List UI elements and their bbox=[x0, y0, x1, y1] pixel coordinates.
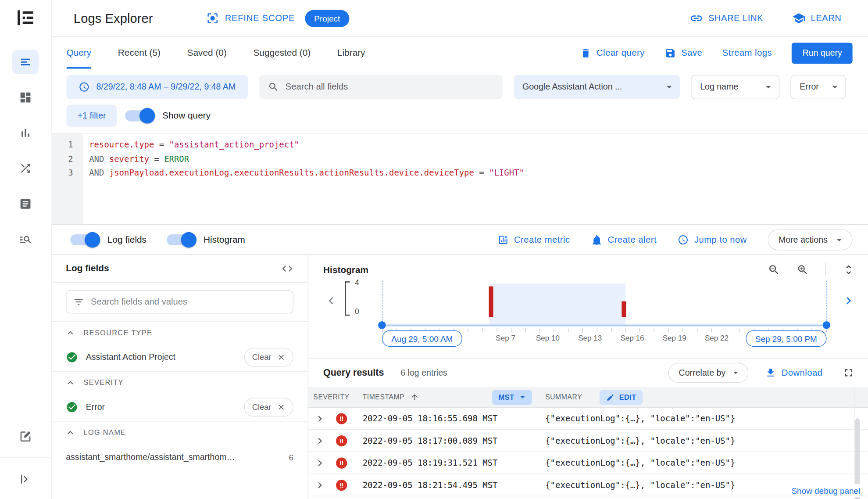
add-filter-button[interactable]: +1 filter bbox=[66, 104, 117, 126]
more-actions-dropdown[interactable]: More actions bbox=[768, 229, 853, 250]
log-entry-row[interactable]: ‼ 2022-09-05 18:19:31.521 MST {"executio… bbox=[308, 452, 868, 474]
histogram-plot[interactable] bbox=[382, 283, 826, 318]
correlate-by-dropdown[interactable]: Correlate by bbox=[668, 363, 748, 383]
field-item[interactable]: Error Clear bbox=[51, 393, 307, 421]
sidebar-item-compose-icon[interactable] bbox=[12, 424, 39, 449]
clear-filter-button[interactable]: Clear bbox=[244, 398, 293, 416]
expand-row-button[interactable] bbox=[314, 434, 326, 447]
scrollbar-track bbox=[854, 387, 854, 499]
histogram-selection[interactable] bbox=[489, 284, 625, 326]
log-entries-count: 6 log entries bbox=[400, 368, 447, 378]
save-icon bbox=[664, 47, 675, 58]
log-fields-toggle[interactable] bbox=[70, 234, 99, 245]
time-slider[interactable] bbox=[382, 325, 826, 327]
sidebar-item-dashboard-icon[interactable] bbox=[12, 85, 39, 110]
section-header-log-name[interactable]: LOG NAME bbox=[51, 421, 307, 443]
create-alert-button[interactable]: Create alert bbox=[591, 234, 657, 245]
sidebar-item-router-icon[interactable] bbox=[12, 156, 39, 181]
column-timestamp: TIMESTAMP MST bbox=[357, 390, 539, 405]
query-line[interactable]: resource.type = "assistant_action_projec… bbox=[89, 138, 868, 152]
sort-ascending-button[interactable] bbox=[410, 393, 419, 402]
trash-icon bbox=[580, 47, 591, 58]
field-item[interactable]: assistant_smarthome/assistant_smarthom… … bbox=[51, 443, 307, 471]
expand-row-button[interactable] bbox=[314, 479, 326, 491]
sidebar-item-storage-icon[interactable] bbox=[12, 192, 39, 216]
tab-library[interactable]: Library bbox=[337, 37, 365, 69]
create-metric-button[interactable]: Create metric bbox=[497, 234, 570, 245]
resource-filter-dropdown[interactable]: Google Assistant Action ... bbox=[514, 75, 680, 99]
slider-handle-end[interactable] bbox=[823, 321, 831, 329]
tab-recent-5[interactable]: Recent (5) bbox=[118, 37, 161, 69]
histogram-next-button[interactable] bbox=[841, 294, 856, 308]
zoom-in-button[interactable] bbox=[797, 264, 809, 276]
histogram-bar[interactable] bbox=[622, 302, 626, 317]
tab-query[interactable]: Query bbox=[66, 37, 91, 69]
close-icon bbox=[277, 403, 286, 412]
timezone-dropdown[interactable]: MST bbox=[492, 390, 532, 405]
check-icon bbox=[66, 401, 78, 413]
refine-scope-button[interactable]: REFINE SCOPE bbox=[206, 12, 295, 25]
histogram-prev-button[interactable] bbox=[324, 294, 338, 308]
sidebar-item-logs-list-icon[interactable] bbox=[12, 50, 39, 75]
log-name-dropdown[interactable]: Log name bbox=[691, 75, 779, 99]
expand-histogram-button[interactable] bbox=[843, 264, 855, 276]
histogram-tools bbox=[768, 263, 855, 276]
timezone-label: MST bbox=[499, 393, 514, 401]
chevron-up-icon bbox=[65, 427, 76, 438]
show-query-toggle[interactable] bbox=[125, 110, 154, 121]
slider-handle-start[interactable] bbox=[378, 321, 386, 329]
query-results-section: Query results 6 log entries Correlate by… bbox=[308, 358, 868, 499]
filter-row-1: 8/29/22, 8:48 AM – 9/29/22, 9:48 AM Goog… bbox=[66, 75, 868, 99]
show-debug-panel-link[interactable]: Show debug panel bbox=[790, 484, 861, 497]
sidebar-item-bar-chart-icon[interactable] bbox=[12, 121, 39, 145]
search-all-fields-input[interactable] bbox=[286, 82, 494, 92]
clear-filter-button[interactable]: Clear bbox=[244, 348, 293, 367]
arrow-up-icon bbox=[410, 393, 419, 402]
code-panel-button[interactable] bbox=[281, 262, 293, 275]
section-header-severity[interactable]: SEVERITY bbox=[51, 371, 307, 393]
download-icon bbox=[765, 367, 776, 378]
sidebar-item-log-analytics-icon[interactable] bbox=[12, 227, 39, 251]
share-link-button[interactable]: SHARE LINK bbox=[689, 12, 763, 25]
zoom-out-button[interactable] bbox=[768, 264, 780, 276]
filter-icon bbox=[73, 296, 84, 307]
fullscreen-button[interactable] bbox=[843, 367, 855, 379]
field-item[interactable]: Assistant Action Project Clear bbox=[51, 344, 307, 371]
edit-summary-button[interactable]: EDIT bbox=[600, 390, 643, 405]
line-number: 1 bbox=[51, 138, 73, 152]
query-editor[interactable]: 123 resource.type = "assistant_action_pr… bbox=[51, 133, 868, 225]
storage-icon bbox=[19, 197, 32, 210]
query-line[interactable]: AND jsonPayload.executionLog.executionRe… bbox=[89, 166, 868, 180]
expand-row-button[interactable] bbox=[314, 413, 326, 425]
summary-cell: {"executionLog":{…}, "locale":"en-US"} bbox=[540, 413, 868, 424]
time-range-filter[interactable]: 8/29/22, 8:48 AM – 9/29/22, 9:48 AM bbox=[66, 75, 248, 99]
cloud-logging-logo[interactable] bbox=[13, 6, 38, 30]
severity-filter-dropdown[interactable]: Error bbox=[790, 75, 846, 99]
run-query-button[interactable]: Run query bbox=[792, 43, 852, 64]
log-entry-row[interactable]: ‼ 2022-09-05 18:17:00.089 MST {"executio… bbox=[308, 430, 868, 452]
tab-suggested-0[interactable]: Suggested (0) bbox=[253, 37, 311, 69]
clear-query-button[interactable]: Clear query bbox=[580, 47, 645, 58]
log-entry-row[interactable]: ‼ 2022-09-05 18:16:55.698 MST {"executio… bbox=[308, 408, 868, 430]
log-fields-search-input[interactable] bbox=[91, 297, 286, 307]
log-entry-row[interactable]: ‼ 2022-09-05 18:21:54.495 MST {"executio… bbox=[308, 474, 868, 496]
jump-to-now-button[interactable]: Jump to now bbox=[678, 234, 747, 245]
download-button[interactable]: Download bbox=[765, 367, 823, 378]
histogram-toggle[interactable] bbox=[166, 234, 195, 245]
section-header-resource-type[interactable]: RESOURCE TYPE bbox=[51, 321, 307, 343]
learn-button[interactable]: LEARN bbox=[792, 12, 842, 25]
stream-logs-button[interactable]: Stream logs bbox=[722, 48, 772, 58]
sidebar-item-open-panel-icon[interactable] bbox=[12, 467, 39, 492]
scope-project-badge[interactable]: Project bbox=[305, 10, 350, 27]
tab-list: QueryRecent (5)Saved (0)Suggested (0)Lib… bbox=[66, 37, 365, 69]
range-end-pill[interactable]: Sep 29, 5:00 PM bbox=[746, 330, 826, 347]
histogram-bar[interactable] bbox=[489, 287, 493, 317]
query-editor-code[interactable]: resource.type = "assistant_action_projec… bbox=[83, 133, 868, 224]
range-start-pill[interactable]: Aug 29, 5:00 AM bbox=[382, 330, 462, 347]
save-button[interactable]: Save bbox=[664, 47, 702, 58]
tab-saved-0[interactable]: Saved (0) bbox=[187, 37, 227, 69]
stream-logs-label: Stream logs bbox=[722, 48, 772, 58]
query-line[interactable]: AND severity = ERROR bbox=[89, 152, 868, 166]
y-axis-min: 0 bbox=[355, 307, 359, 316]
expand-row-button[interactable] bbox=[314, 457, 326, 469]
